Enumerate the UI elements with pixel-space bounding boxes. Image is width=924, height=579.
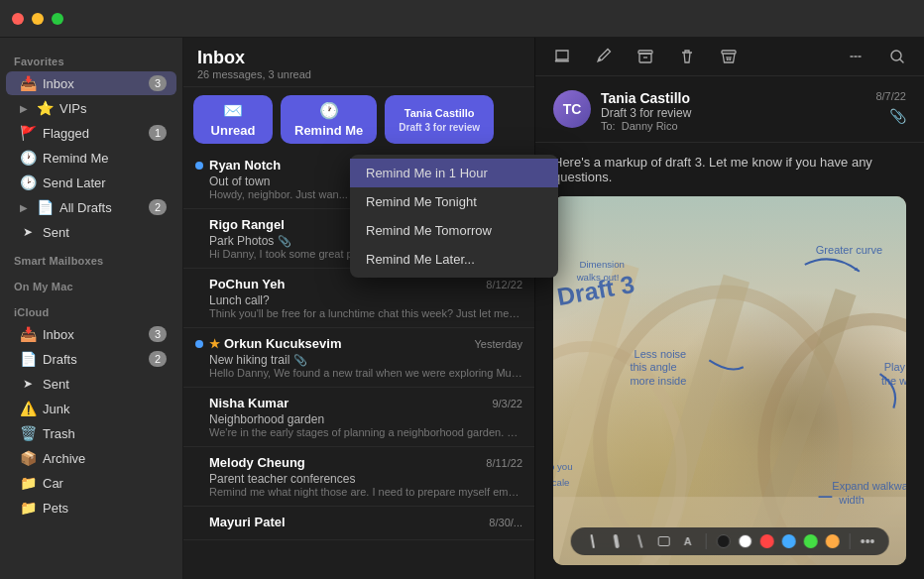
reading-pane: TC Tania Castillo Draft 3 for review To:… bbox=[535, 38, 924, 579]
color-black[interactable] bbox=[717, 534, 731, 548]
sidebar-item-sent[interactable]: ➤ Sent bbox=[6, 220, 176, 244]
email-sender-name: Tania Castillo bbox=[601, 90, 866, 106]
message-preview: We're in the early stages of planning a … bbox=[209, 426, 522, 438]
sidebar-item-icloud-inbox[interactable]: 📥 Inbox 3 bbox=[6, 322, 176, 346]
toolbar-separator-2 bbox=[850, 533, 851, 549]
sidebar-item-icloud-pets[interactable]: 📁 Pets bbox=[6, 496, 176, 520]
all-drafts-badge: 2 bbox=[149, 199, 167, 215]
color-orange[interactable] bbox=[826, 534, 840, 548]
icloud-label: iCloud bbox=[0, 296, 182, 322]
email-header: TC Tania Castillo Draft 3 for review To:… bbox=[535, 76, 924, 143]
svg-text:this angle: this angle bbox=[630, 361, 676, 373]
color-red[interactable] bbox=[760, 534, 774, 548]
svg-text:more inside: more inside bbox=[630, 375, 686, 387]
fill-tool-icon bbox=[656, 533, 672, 549]
sent-icon: ➤ bbox=[20, 224, 36, 240]
message-subject: New hiking trail 📎 bbox=[209, 353, 522, 367]
sidebar-item-inbox[interactable]: 📥 Inbox 3 bbox=[6, 71, 176, 95]
icloud-car-icon: 📁 bbox=[20, 475, 36, 491]
sender-name: ★ Orkun Kucuksevim bbox=[209, 336, 468, 351]
zoom-button[interactable] bbox=[52, 13, 63, 25]
more-actions-button[interactable] bbox=[843, 46, 868, 67]
sidebar-item-icloud-junk[interactable]: ⚠️ Junk bbox=[6, 397, 176, 420]
sidebar-item-send-later[interactable]: 🕑 Send Later bbox=[6, 171, 176, 194]
sidebar-inbox-label: Inbox bbox=[43, 76, 142, 91]
dropdown-item-tomorrow[interactable]: Remind Me Tomorrow bbox=[350, 216, 558, 245]
archive-button[interactable] bbox=[633, 46, 658, 67]
dropdown-item-tonight[interactable]: Remind Me Tonight bbox=[350, 187, 558, 216]
pill-unread[interactable]: ✉️ Unread bbox=[193, 95, 273, 144]
message-list-panel: Inbox 26 messages, 3 unread ✉️ Unread 🕐 … bbox=[183, 38, 535, 579]
compose-button[interactable] bbox=[591, 46, 617, 67]
sidebar-item-remind-me[interactable]: 🕐 Remind Me bbox=[6, 146, 176, 170]
inbox-subtitle: 26 messages, 3 unread bbox=[197, 68, 520, 80]
color-blue[interactable] bbox=[782, 534, 796, 548]
sidebar-item-vips[interactable]: ▶ ⭐ VIPs bbox=[6, 96, 176, 120]
pill-tania[interactable]: Tania Castillo Draft 3 for review bbox=[385, 95, 494, 144]
sidebar: Favorites 📥 Inbox 3 ▶ ⭐ VIPs 🚩 Flagged 1… bbox=[0, 38, 183, 579]
color-green[interactable] bbox=[804, 534, 818, 548]
attachment-icon: 📎 bbox=[293, 354, 307, 367]
app-body: Favorites 📥 Inbox 3 ▶ ⭐ VIPs 🚩 Flagged 1… bbox=[0, 38, 924, 579]
svg-text:Aligns to you: Aligns to you bbox=[553, 461, 573, 472]
message-row[interactable]: Melody Cheung 8/11/22 Parent teacher con… bbox=[183, 447, 534, 507]
star-icon: ★ bbox=[209, 337, 220, 351]
sidebar-item-icloud-sent[interactable]: ➤ Sent bbox=[6, 372, 176, 396]
annotation-overlay: Draft 3 Greater curve Less noise this an… bbox=[553, 196, 906, 565]
icloud-sent-icon: ➤ bbox=[20, 376, 36, 392]
svg-text:width: width bbox=[838, 494, 865, 506]
marker-tool-icon bbox=[609, 533, 625, 549]
inbox-badge: 3 bbox=[149, 75, 167, 91]
reading-toolbar bbox=[535, 38, 924, 76]
color-white[interactable] bbox=[739, 534, 752, 548]
more-tools-button[interactable]: ••• bbox=[861, 533, 875, 549]
message-date: 9/3/22 bbox=[492, 398, 522, 409]
email-to: To: Danny Rico bbox=[601, 120, 866, 132]
sender-name: Mayuri Patel bbox=[209, 515, 483, 529]
message-row[interactable]: ★ Orkun Kucuksevim Yesterday New hiking … bbox=[183, 328, 534, 388]
sidebar-icloud-archive-label: Archive bbox=[43, 451, 167, 466]
title-bar bbox=[0, 0, 924, 38]
message-preview: Remind me what night those are. I need t… bbox=[209, 486, 522, 498]
pill-remind-me[interactable]: 🕐 Remind Me bbox=[281, 95, 377, 144]
dropdown-item-later[interactable]: Remind Me Later... bbox=[350, 245, 558, 274]
toolbar-separator bbox=[706, 533, 707, 549]
sidebar-item-icloud-trash[interactable]: 🗑️ Trash bbox=[6, 421, 176, 445]
new-message-button[interactable] bbox=[549, 46, 575, 67]
favorites-label: Favorites bbox=[0, 46, 182, 71]
smart-mailboxes-label: Smart Mailboxes bbox=[0, 245, 182, 271]
message-row[interactable]: Mayuri Patel 8/30/... bbox=[183, 507, 534, 540]
avatar: TC bbox=[553, 90, 591, 128]
to-address: Danny Rico bbox=[622, 120, 678, 132]
message-preview: Hello Danny, We found a new trail when w… bbox=[209, 367, 522, 379]
message-list-header: Inbox 26 messages, 3 unread bbox=[183, 38, 534, 87]
sidebar-item-icloud-drafts[interactable]: 📄 Drafts 2 bbox=[6, 347, 176, 371]
remind-pill-label: Remind Me bbox=[294, 123, 363, 138]
message-subject: Neighborhood garden bbox=[209, 412, 522, 426]
junk-button[interactable] bbox=[716, 46, 742, 67]
sidebar-item-icloud-car[interactable]: 📁 Car bbox=[6, 471, 176, 495]
icloud-archive-icon: 📦 bbox=[20, 450, 36, 466]
message-date: 8/11/22 bbox=[486, 457, 522, 469]
sidebar-item-flagged[interactable]: 🚩 Flagged 1 bbox=[6, 121, 176, 145]
svg-text:Play off: Play off bbox=[884, 361, 906, 373]
message-row[interactable]: Nisha Kumar 9/3/22 Neighborhood garden W… bbox=[183, 388, 534, 447]
delete-button[interactable] bbox=[674, 46, 700, 67]
minimize-button[interactable] bbox=[32, 13, 44, 25]
svg-text:Less noise: Less noise bbox=[635, 348, 687, 360]
sidebar-item-icloud-archive[interactable]: 📦 Archive bbox=[6, 446, 176, 470]
sidebar-item-all-drafts[interactable]: ▶ 📄 All Drafts 2 bbox=[6, 195, 176, 219]
vips-icon: ⭐ bbox=[37, 100, 53, 116]
message-row[interactable]: PoChun Yeh 8/12/22 Lunch call? Think you… bbox=[183, 269, 534, 328]
svg-text:the wall: the wall bbox=[881, 375, 906, 387]
dropdown-item-1hour[interactable]: Remind Me in 1 Hour bbox=[350, 159, 558, 187]
draft-image-content: Draft 3 Greater curve Less noise this an… bbox=[553, 196, 906, 565]
message-subject: Lunch call? bbox=[209, 293, 522, 307]
remind-me-icon: 🕐 bbox=[20, 150, 36, 166]
pen-tool-icon bbox=[585, 533, 601, 549]
icloud-drafts-icon: 📄 bbox=[20, 351, 36, 367]
search-button[interactable] bbox=[884, 46, 910, 67]
vips-disclosure: ▶ bbox=[20, 103, 28, 114]
inbox-title: Inbox bbox=[197, 48, 520, 68]
close-button[interactable] bbox=[12, 13, 24, 25]
